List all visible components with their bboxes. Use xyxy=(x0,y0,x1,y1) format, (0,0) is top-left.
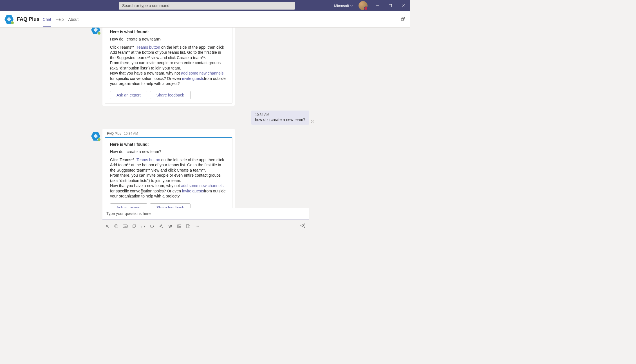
add-channels-link[interactable]: add some new channels xyxy=(181,71,223,75)
teams-button-link[interactable]: Teams button xyxy=(136,45,160,50)
chat-area: Here is what I found: How do I create a … xyxy=(0,28,410,235)
invite-guests-link[interactable]: invite guests xyxy=(182,76,204,81)
svg-point-8 xyxy=(117,226,117,226)
tab-chat[interactable]: Chat xyxy=(43,11,51,27)
svg-point-5 xyxy=(311,120,314,123)
close-icon xyxy=(402,4,405,7)
invite-guests-link[interactable]: invite guests xyxy=(182,189,204,193)
svg-point-28 xyxy=(197,226,198,226)
app-title: FAQ Plus xyxy=(17,16,39,22)
popout-button[interactable] xyxy=(401,17,405,22)
svg-rect-25 xyxy=(187,224,189,228)
svg-line-19 xyxy=(160,225,160,225)
send-icon xyxy=(300,223,306,228)
messages: Here is what I found: How do I create a … xyxy=(0,28,410,208)
add-channels-link[interactable]: add some new channels xyxy=(181,183,223,188)
tabs: Chat Help About xyxy=(43,11,79,27)
search-input[interactable]: Search or type a command xyxy=(119,2,295,10)
svg-point-29 xyxy=(198,226,199,226)
svg-rect-13 xyxy=(151,225,153,227)
svg-line-20 xyxy=(162,227,163,228)
titlebar-right: Microsoft xyxy=(332,0,410,11)
poll-icon[interactable] xyxy=(140,223,147,230)
minimize-icon xyxy=(376,4,379,7)
composer-toolbar: GIF W xyxy=(102,219,309,233)
user-message: 10:34 AM how do i create a new team? xyxy=(251,111,309,125)
card-title: Here is what I found: xyxy=(110,142,227,147)
card-body: Click Teams** !Teams button on the left … xyxy=(110,157,227,199)
answer-card: Here is what I found: How do I create a … xyxy=(105,137,232,208)
close-button[interactable] xyxy=(397,0,410,11)
bot-avatar xyxy=(91,28,100,34)
share-feedback-button[interactable]: Share feedback xyxy=(150,203,191,208)
card-question: How do I create a new team? xyxy=(110,37,227,41)
card-title: Here is what I found: xyxy=(110,30,227,34)
svg-point-6 xyxy=(115,224,118,228)
sticker-icon[interactable] xyxy=(131,223,138,230)
answer-card: Here is what I found: How do I create a … xyxy=(105,28,232,104)
header-bar: FAQ Plus Chat Help About xyxy=(0,11,410,28)
image-icon[interactable] xyxy=(176,223,183,230)
org-dropdown[interactable]: Microsoft xyxy=(332,4,355,8)
share-feedback-button[interactable]: Share feedback xyxy=(150,91,191,99)
format-icon[interactable] xyxy=(104,223,111,230)
minimize-button[interactable] xyxy=(371,0,384,11)
bot-time: 10:34 AM xyxy=(124,132,138,136)
bot-message: FAQ Plus 10:34 AM Here is what I found: … xyxy=(91,129,410,208)
composer: GIF W xyxy=(102,208,309,235)
tab-help[interactable]: Help xyxy=(56,11,64,27)
search-placeholder: Search or type a command xyxy=(122,3,169,8)
user-message-text: how do i create a new team? xyxy=(255,117,305,122)
svg-point-27 xyxy=(196,226,196,226)
bot-avatar xyxy=(91,132,100,141)
card-question: How do I create a new team? xyxy=(110,149,227,154)
teams-button-link[interactable]: Teams button xyxy=(136,158,160,162)
svg-text:GIF: GIF xyxy=(124,226,127,227)
svg-rect-1 xyxy=(389,5,392,7)
more-icon[interactable] xyxy=(194,223,201,230)
svg-rect-26 xyxy=(189,225,190,228)
news-icon[interactable] xyxy=(185,223,192,230)
user-message-time: 10:34 AM xyxy=(255,113,305,117)
avatar[interactable] xyxy=(359,1,368,10)
message-input[interactable] xyxy=(102,208,309,219)
svg-rect-23 xyxy=(178,225,181,228)
maximize-button[interactable] xyxy=(384,0,397,11)
ask-expert-button[interactable]: Ask an expert xyxy=(110,91,147,99)
bot-message: Here is what I found: How do I create a … xyxy=(91,28,410,106)
card-actions: Ask an expert Share feedback xyxy=(110,91,227,99)
window-controls xyxy=(371,0,410,11)
bot-message-bubble: FAQ Plus 10:34 AM Here is what I found: … xyxy=(102,129,235,208)
gif-icon[interactable]: GIF xyxy=(122,223,129,230)
maximize-icon xyxy=(389,4,392,7)
tab-about[interactable]: About xyxy=(68,11,79,27)
svg-line-22 xyxy=(162,225,163,225)
bot-name: FAQ Plus xyxy=(107,132,121,136)
sent-status-icon xyxy=(311,120,315,125)
bot-message-meta: FAQ Plus 10:34 AM xyxy=(105,131,232,137)
card-actions: Ask an expert Share feedback xyxy=(110,203,227,208)
svg-point-12 xyxy=(135,226,135,226)
send-button[interactable] xyxy=(298,222,308,231)
card-body: Click Teams** !Teams button on the left … xyxy=(110,45,227,86)
emoji-icon[interactable] xyxy=(113,223,120,230)
ask-expert-button[interactable]: Ask an expert xyxy=(110,203,147,208)
title-bar: Search or type a command Microsoft xyxy=(0,0,410,11)
bot-message-bubble: Here is what I found: How do I create a … xyxy=(102,28,235,106)
app-icon xyxy=(5,15,14,24)
svg-line-21 xyxy=(160,227,160,228)
stream-icon[interactable] xyxy=(149,223,156,230)
wiki-icon[interactable]: W xyxy=(167,223,174,230)
svg-point-11 xyxy=(133,226,134,226)
weather-icon[interactable] xyxy=(158,223,165,230)
chevron-down-icon xyxy=(350,4,353,7)
svg-point-24 xyxy=(178,226,179,226)
popout-icon xyxy=(401,17,405,21)
org-label: Microsoft xyxy=(334,4,349,8)
svg-point-7 xyxy=(115,226,116,226)
svg-point-14 xyxy=(160,225,162,227)
